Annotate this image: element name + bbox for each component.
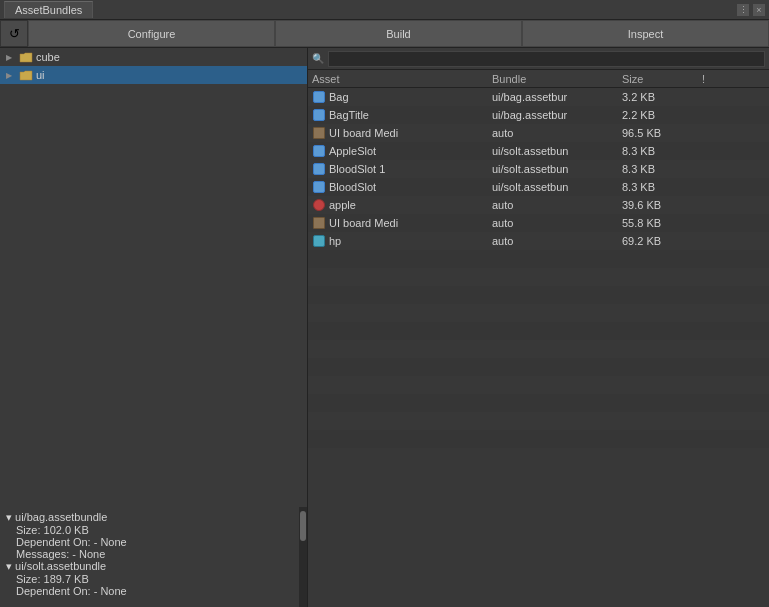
asset-table-body: Bagui/bag.assetbur3.2 KBBagTitleui/bag.a…	[308, 88, 769, 607]
asset-type-icon	[312, 180, 326, 194]
bundle-info-line: Size: 102.0 KB	[6, 524, 293, 536]
table-header: Asset Bundle Size !	[308, 70, 769, 88]
asset-name: BagTitle	[329, 109, 369, 121]
tree-label-ui: ui	[36, 69, 45, 81]
asset-name: Bag	[329, 91, 349, 103]
size-cell: 2.2 KB	[618, 109, 698, 121]
asset-type-icon	[312, 90, 326, 104]
empty-row	[308, 340, 769, 358]
col-header-size: Size	[618, 73, 698, 85]
empty-row	[308, 268, 769, 286]
tree-label-cube: cube	[36, 51, 60, 63]
inspect-tab[interactable]: Inspect	[522, 20, 769, 47]
size-cell: 8.3 KB	[618, 145, 698, 157]
asset-cell: BagTitle	[308, 108, 488, 122]
asset-type-icon	[312, 198, 326, 212]
empty-row	[308, 250, 769, 268]
asset-cell: UI board Medi	[308, 126, 488, 140]
table-row[interactable]: hpauto69.2 KB	[308, 232, 769, 250]
asset-name: apple	[329, 199, 356, 211]
size-cell: 39.6 KB	[618, 199, 698, 211]
title-controls: ⋮ ×	[737, 4, 765, 16]
bundle-cell: auto	[488, 199, 618, 211]
table-row[interactable]: BagTitleui/bag.assetbur2.2 KB	[308, 106, 769, 124]
table-row[interactable]: UI board Mediauto55.8 KB	[308, 214, 769, 232]
bundle-cell: auto	[488, 127, 618, 139]
table-row[interactable]: AppleSlotui/solt.assetbun8.3 KB	[308, 142, 769, 160]
size-cell: 8.3 KB	[618, 163, 698, 175]
size-cell: 69.2 KB	[618, 235, 698, 247]
asset-type-icon	[312, 162, 326, 176]
empty-row	[308, 412, 769, 430]
bottom-info: ▾ ui/bag.assetbundleSize: 102.0 KBDepend…	[0, 507, 299, 607]
bundle-info-header: ▾ ui/solt.assetbundle	[6, 560, 293, 573]
table-row[interactable]: Bagui/bag.assetbur3.2 KB	[308, 88, 769, 106]
tree-arrow-ui: ▶	[6, 71, 16, 80]
col-header-asset: Asset	[308, 73, 488, 85]
asset-name: BloodSlot 1	[329, 163, 385, 175]
empty-row	[308, 322, 769, 340]
asset-name: UI board Medi	[329, 127, 398, 139]
asset-name: UI board Medi	[329, 217, 398, 229]
asset-type-icon	[312, 216, 326, 230]
bundle-cell: ui/solt.assetbun	[488, 145, 618, 157]
bundle-cell: ui/solt.assetbun	[488, 163, 618, 175]
asset-type-icon	[312, 144, 326, 158]
asset-cell: apple	[308, 198, 488, 212]
tree-area: ▶ cube▶ ui	[0, 48, 307, 507]
scrollbar-vertical[interactable]	[299, 507, 307, 607]
empty-row	[308, 286, 769, 304]
bundle-info-line: Dependent On: - None	[6, 585, 293, 597]
col-header-bundle: Bundle	[488, 73, 618, 85]
asset-name: AppleSlot	[329, 145, 376, 157]
menu-button[interactable]: ⋮	[737, 4, 749, 16]
close-button[interactable]: ×	[753, 4, 765, 16]
size-cell: 3.2 KB	[618, 91, 698, 103]
tree-arrow-cube: ▶	[6, 53, 16, 62]
size-cell: 96.5 KB	[618, 127, 698, 139]
bundle-cell: auto	[488, 235, 618, 247]
search-icon: 🔍	[312, 53, 324, 64]
title-tab[interactable]: AssetBundles	[4, 1, 93, 18]
asset-type-icon	[312, 108, 326, 122]
refresh-button[interactable]: ↺	[0, 20, 28, 47]
right-panel: 🔍 Asset Bundle Size ! Bagui/bag.assetbur…	[308, 48, 769, 607]
search-input[interactable]	[328, 51, 765, 67]
bundle-info-header: ▾ ui/bag.assetbundle	[6, 511, 293, 524]
bundle-info-line: Size: 189.7 KB	[6, 573, 293, 585]
main-content: ▶ cube▶ ui ▾ ui/bag.assetbundleSize: 102…	[0, 48, 769, 607]
empty-row	[308, 430, 769, 448]
empty-row	[308, 304, 769, 322]
search-bar: 🔍	[308, 48, 769, 70]
table-row[interactable]: UI board Mediauto96.5 KB	[308, 124, 769, 142]
folder-icon-cube	[19, 51, 33, 63]
bundle-cell: auto	[488, 217, 618, 229]
col-header-flag: !	[698, 73, 718, 85]
asset-cell: BloodSlot	[308, 180, 488, 194]
bundle-info-line: Dependent On: - None	[6, 536, 293, 548]
bundle-cell: ui/solt.assetbun	[488, 181, 618, 193]
left-panel: ▶ cube▶ ui ▾ ui/bag.assetbundleSize: 102…	[0, 48, 308, 607]
scrollbar-thumb	[300, 511, 306, 541]
size-cell: 8.3 KB	[618, 181, 698, 193]
empty-row	[308, 358, 769, 376]
table-row[interactable]: BloodSlot 1ui/solt.assetbun8.3 KB	[308, 160, 769, 178]
asset-cell: BloodSlot 1	[308, 162, 488, 176]
asset-cell: hp	[308, 234, 488, 248]
build-tab[interactable]: Build	[275, 20, 522, 47]
configure-tab[interactable]: Configure	[28, 20, 275, 47]
folder-icon-ui	[19, 69, 33, 81]
asset-type-icon	[312, 234, 326, 248]
bundle-cell: ui/bag.assetbur	[488, 109, 618, 121]
empty-row	[308, 394, 769, 412]
tree-item-ui[interactable]: ▶ ui	[0, 66, 307, 84]
table-row[interactable]: BloodSlotui/solt.assetbun8.3 KB	[308, 178, 769, 196]
tree-item-cube[interactable]: ▶ cube	[0, 48, 307, 66]
size-cell: 55.8 KB	[618, 217, 698, 229]
asset-cell: AppleSlot	[308, 144, 488, 158]
table-row[interactable]: appleauto39.6 KB	[308, 196, 769, 214]
bundle-info-line: Messages: - None	[6, 548, 293, 560]
refresh-icon: ↺	[9, 26, 20, 41]
title-bar: AssetBundles ⋮ ×	[0, 0, 769, 20]
bundle-cell: ui/bag.assetbur	[488, 91, 618, 103]
